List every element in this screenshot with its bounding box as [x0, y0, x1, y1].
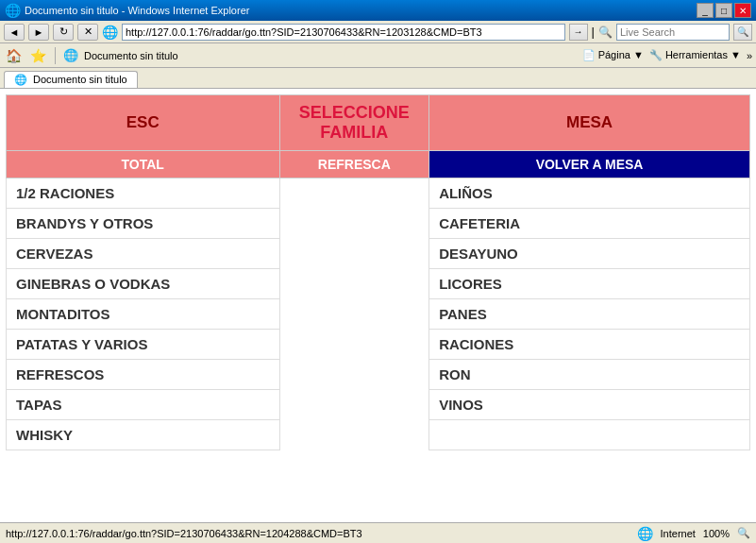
page-menu-icon[interactable]: 📄 Página ▼ [582, 49, 644, 61]
title-bar: 🌐 Documento sin titulo - Windows Interne… [0, 0, 756, 21]
tab-title: Documento sin titulo [84, 50, 178, 61]
menu-row-3[interactable]: GINEBRAS O VODKAS LICORES [7, 269, 750, 299]
menu-item-right-6[interactable]: RON [429, 360, 750, 390]
menu-item-left-4[interactable]: MONTADITOS [7, 299, 280, 330]
main-table: ESC SELECCIONE FAMILIA MESA TOTAL REFRES… [6, 94, 750, 450]
menu-item-right-8[interactable] [429, 420, 750, 450]
zoom-label: 100% [703, 528, 730, 539]
expand-icon[interactable]: » [747, 50, 752, 61]
page-content: ESC SELECCIONE FAMILIA MESA TOTAL REFRES… [0, 89, 756, 524]
menu-item-left-5[interactable]: PATATAS Y VARIOS [7, 330, 280, 360]
menu-item-left-8[interactable]: WHISKY [7, 420, 280, 450]
stop-button[interactable]: ✕ [77, 24, 98, 41]
mesa-button[interactable]: MESA [429, 95, 750, 151]
minimize-button[interactable]: _ [697, 3, 714, 18]
active-tab[interactable]: 🌐 Documento sin titulo [4, 71, 138, 88]
search-icon: 🔍 [598, 25, 613, 39]
tools-menu-icon[interactable]: 🔧 Herramientas ▼ [649, 49, 741, 61]
menu-item-right-1[interactable]: CAFETERIA [429, 209, 750, 239]
ie-status-icon: 🌐 [637, 526, 653, 541]
close-button[interactable]: ✕ [734, 3, 751, 18]
menu-row-7[interactable]: TAPAS VINOS [7, 390, 750, 420]
volver-button[interactable]: VOLVER A MESA [429, 151, 750, 178]
toolbar: 🏠 ⭐ 🌐 Documento sin titulo 📄 Página ▼ 🔧 … [0, 43, 756, 68]
select-family-label: SELECCIONE FAMILIA [279, 95, 429, 151]
menu-item-left-3[interactable]: GINEBRAS O VODKAS [7, 269, 280, 299]
total-button[interactable]: TOTAL [7, 151, 280, 178]
menu-row-0[interactable]: 1/2 RACIONES ALIÑOS [7, 178, 750, 209]
ie-logo-icon: 🌐 [5, 3, 21, 18]
maximize-button[interactable]: □ [715, 3, 732, 18]
menu-item-left-2[interactable]: CERVEZAS [7, 239, 280, 269]
back-button[interactable]: ◄ [4, 24, 25, 41]
status-url: http://127.0.0.1:76/raddar/go.ttn?SID=21… [6, 528, 637, 539]
home-icon[interactable]: 🏠 [4, 46, 23, 65]
menu-item-right-2[interactable]: DESAYUNO [429, 239, 750, 269]
menu-row-4[interactable]: MONTADITOS PANES [7, 299, 750, 330]
tab-bar: 🌐 Documento sin titulo [0, 68, 756, 89]
ie-tab-favicon-icon: 🌐 [63, 48, 78, 62]
menu-item-right-4[interactable]: PANES [429, 299, 750, 330]
divider-icon: | [592, 25, 595, 39]
menu-item-left-6[interactable]: REFRESCOS [7, 360, 280, 390]
ie-favicon-icon: 🌐 [102, 25, 118, 40]
window-controls: _ □ ✕ [697, 3, 751, 18]
menu-item-right-3[interactable]: LICORES [429, 269, 750, 299]
menu-row-6[interactable]: REFRESCOS RON [7, 360, 750, 390]
zoom-icon: 🔍 [737, 527, 750, 539]
header-row: ESC SELECCIONE FAMILIA MESA [7, 95, 750, 151]
refresh-button[interactable]: ↻ [53, 24, 74, 41]
go-button[interactable]: → [569, 24, 588, 41]
zone-label: Internet [661, 528, 696, 539]
menu-item-left-7[interactable]: TAPAS [7, 390, 280, 420]
menu-row-8[interactable]: WHISKY [7, 420, 750, 450]
search-input[interactable] [616, 24, 730, 41]
search-go-button[interactable]: 🔍 [733, 24, 752, 41]
menu-row-1[interactable]: BRANDYS Y OTROS CAFETERIA [7, 209, 750, 239]
menu-item-right-7[interactable]: VINOS [429, 390, 750, 420]
menu-item-left-1[interactable]: BRANDYS Y OTROS [7, 209, 280, 239]
forward-button[interactable]: ► [28, 24, 49, 41]
menu-item-right-0[interactable]: ALIÑOS [429, 178, 750, 209]
window-title: Documento sin titulo - Windows Internet … [25, 5, 249, 16]
toolbar-separator [55, 47, 56, 64]
menu-row-2[interactable]: CERVEZAS DESAYUNO [7, 239, 750, 269]
address-input[interactable] [122, 24, 565, 41]
menu-item-right-5[interactable]: RACIONES [429, 330, 750, 360]
address-bar: ◄ ► ↻ ✕ 🌐 → | 🔍 🔍 [0, 21, 756, 43]
tab-label: Documento sin titulo [33, 74, 127, 85]
status-bar: http://127.0.0.1:76/raddar/go.ttn?SID=21… [0, 522, 756, 543]
menu-item-left-0[interactable]: 1/2 RACIONES [7, 178, 280, 209]
control-row: TOTAL REFRESCA VOLVER A MESA [7, 151, 750, 178]
menu-row-5[interactable]: PATATAS Y VARIOS RACIONES [7, 330, 750, 360]
tab-favicon-icon: 🌐 [14, 74, 27, 85]
favorites-icon[interactable]: ⭐ [28, 46, 47, 65]
refresca-button[interactable]: REFRESCA [279, 151, 429, 178]
esc-button[interactable]: ESC [7, 95, 280, 151]
